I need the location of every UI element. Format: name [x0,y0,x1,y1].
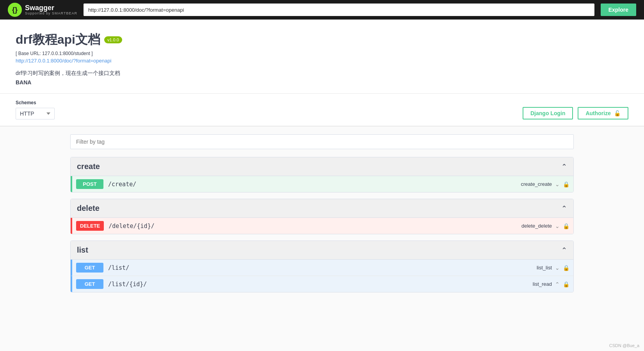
chevron-up-icon: ⌃ [561,162,567,171]
api-author: BANA [16,79,628,86]
lock-icon: 🔒 [563,281,569,287]
lock-icon: 🔒 [563,265,569,271]
endpoint-path: /delete/{id}/ [109,223,521,230]
method-badge-delete: DELETE [76,221,104,231]
endpoint-right: create_create ⌄ 🔒 [521,181,570,187]
explore-button[interactable]: Explore [601,4,636,16]
main-content: create ⌃ POST /create/ create_create ⌄ 🔒… [55,127,589,306]
endpoint-list-1[interactable]: GET /list/{id}/ list_read ⌃ 🔒 [71,276,573,292]
endpoint-right: delete_delete ⌄ 🔒 [521,223,569,229]
authorize-label: Authorize [585,110,611,116]
method-badge-post: POST [76,179,103,189]
endpoint-operation-id: delete_delete [521,223,552,229]
logo: {} Swagger Supported by SMARTBEAR [8,3,77,17]
api-url-input[interactable] [84,4,594,16]
schemes-auth-section: Schemes HTTP HTTPS Django Login Authoriz… [0,94,644,127]
smartbear-label: Supported by SMARTBEAR [25,11,77,15]
api-group-header-delete[interactable]: delete ⌃ [71,199,573,218]
api-title: drf教程api文档 v1.0.0 [16,31,628,48]
api-groups-container: create ⌃ POST /create/ create_create ⌄ 🔒… [70,157,574,292]
api-group-header-create[interactable]: create ⌃ [71,157,573,176]
info-section: drf教程api文档 v1.0.0 [ Base URL: 127.0.0.1:… [0,20,644,94]
lock-icon: 🔒 [563,223,569,229]
version-badge: v1.0.0 [104,36,122,43]
filter-input[interactable] [70,134,574,149]
api-link[interactable]: http://127.0.0.1:8000/doc/?format=openap… [16,58,628,64]
endpoint-path: /list/{id}/ [108,281,533,288]
schemes-group: Schemes HTTP HTTPS [16,100,55,119]
api-group-create: create ⌃ POST /create/ create_create ⌄ 🔒 [70,157,574,192]
group-title-delete: delete [77,204,100,213]
chevron-down-icon: ⌃ [555,281,560,287]
svg-text:{}: {} [12,6,18,14]
endpoint-right: list_list ⌄ 🔒 [537,265,569,271]
method-badge-get: GET [76,279,103,289]
schemes-select[interactable]: HTTP HTTPS [16,108,55,119]
endpoint-operation-id: list_read [533,281,552,287]
base-url: [ Base URL: 127.0.0.1:8000/student ] [16,51,628,56]
lock-icon: 🔓 [614,110,621,116]
auth-buttons: Django Login Authorize 🔓 [523,107,628,119]
api-description: drf学习时写的案例，现在生成一个接口文档 [16,70,628,77]
endpoint-path: /create/ [108,181,521,188]
method-badge-get: GET [76,263,103,273]
django-login-button[interactable]: Django Login [523,107,573,119]
endpoint-right: list_read ⌃ 🔒 [533,281,569,287]
api-group-header-list[interactable]: list ⌃ [71,241,573,260]
chevron-up-icon: ⌃ [561,204,567,213]
endpoint-operation-id: list_list [537,265,552,271]
endpoint-operation-id: create_create [521,181,552,187]
endpoint-delete-0[interactable]: DELETE /delete/{id}/ delete_delete ⌄ 🔒 [71,218,573,234]
lock-icon: 🔒 [563,181,569,187]
swagger-logo-icon: {} [8,3,22,17]
group-title-create: create [77,162,100,171]
api-group-delete: delete ⌃ DELETE /delete/{id}/ delete_del… [70,199,574,234]
schemes-label: Schemes [16,100,55,105]
api-title-text: drf教程api文档 [16,31,100,48]
chevron-down-icon: ⌄ [555,181,560,187]
authorize-button[interactable]: Authorize 🔓 [578,107,628,119]
endpoint-create-0[interactable]: POST /create/ create_create ⌄ 🔒 [71,176,573,192]
swagger-label: Swagger [25,4,77,11]
api-group-list: list ⌃ GET /list/ list_list ⌄ 🔒 GET /lis… [70,241,574,292]
endpoint-list-0[interactable]: GET /list/ list_list ⌄ 🔒 [71,260,573,276]
chevron-down-icon: ⌄ [555,223,560,229]
group-title-list: list [77,246,88,255]
chevron-up-icon: ⌃ [561,246,567,255]
chevron-down-icon: ⌄ [555,265,560,271]
endpoint-path: /list/ [108,264,537,271]
